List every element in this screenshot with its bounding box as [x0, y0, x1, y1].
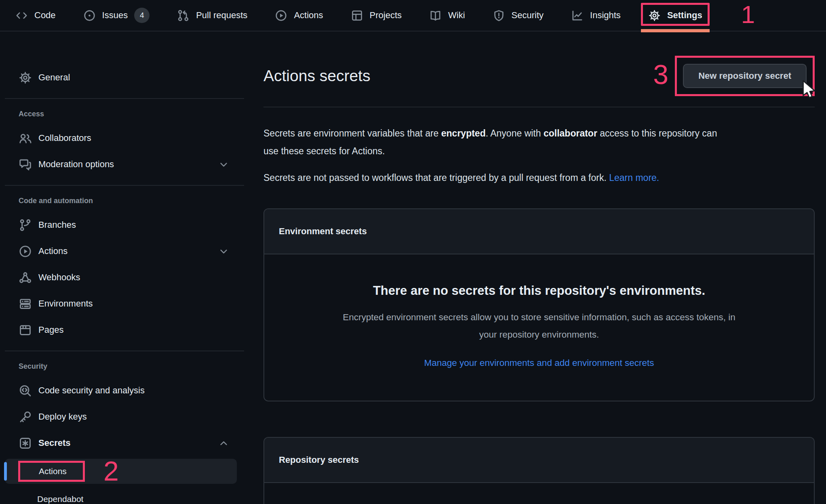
secrets-intro-text: Secrets are environment variables that a… [263, 124, 815, 160]
active-item-indicator [4, 462, 7, 481]
annotation-box-3: New repository secret [675, 56, 815, 96]
environment-secrets-card: Environment secrets There are no secrets… [263, 208, 815, 401]
learn-more-link[interactable]: Learn more. [609, 172, 659, 183]
tab-label: Pull requests [196, 10, 247, 21]
tab-issues[interactable]: Issues 4 [83, 0, 150, 31]
sidebar-item-environments[interactable]: Environments [5, 293, 244, 314]
annotation-step-2: 2 [103, 457, 119, 485]
sidebar-item-actions[interactable]: Actions [5, 241, 244, 262]
sidebar-item-code-security[interactable]: Code security and analysis [5, 380, 244, 401]
sidebar-item-webhooks[interactable]: Webhooks [5, 267, 244, 288]
sidebar-item-secrets-actions[interactable]: Actions 2 [5, 459, 237, 484]
new-repository-secret-button[interactable]: New repository secret [683, 64, 807, 88]
sidebar-item-label: Actions [39, 466, 67, 476]
sidebar-item-label: Environments [38, 298, 93, 309]
codescan-icon [19, 384, 32, 397]
graph-icon [571, 9, 584, 22]
sidebar-item-deploy-keys[interactable]: Deploy keys [5, 406, 244, 427]
gear-icon [648, 9, 661, 22]
sidebar-item-label: Secrets [38, 438, 71, 448]
sidebar-section-security: Security [19, 362, 244, 371]
issues-count-badge: 4 [134, 8, 150, 23]
repo-tab-bar: Code Issues 4 Pull requests Actions Proj… [0, 0, 826, 32]
git-pull-request-icon [177, 9, 190, 22]
repository-secrets-card: Repository secrets There are no secrets … [263, 437, 815, 504]
sidebar-item-secrets-dependabot[interactable]: Dependabot [5, 488, 244, 504]
sidebar-section-access: Access [19, 110, 244, 118]
tab-actions[interactable]: Actions [275, 0, 323, 31]
sidebar-section-code-automation: Code and automation [19, 197, 244, 205]
server-icon [19, 297, 32, 311]
active-tab-underline [641, 29, 710, 32]
play-circle-icon [275, 9, 287, 22]
code-icon [15, 9, 28, 22]
sidebar-item-branches[interactable]: Branches [5, 214, 244, 235]
annotation-step-3: 3 [653, 61, 668, 88]
collaborator-emphasis: collaborator [544, 128, 597, 139]
tab-label: Code [34, 10, 56, 21]
sidebar-item-label: Actions [38, 246, 67, 256]
tab-label: Security [512, 10, 544, 21]
sidebar-item-pages[interactable]: Pages [5, 319, 244, 340]
sidebar-item-label: Code security and analysis [38, 385, 145, 396]
sidebar-item-label: Collaborators [38, 133, 91, 143]
settings-sidebar: General Access Collaborators Moderation … [0, 32, 263, 504]
browser-icon [19, 323, 32, 337]
shield-icon [493, 9, 505, 22]
chevron-down-icon [218, 246, 230, 257]
asterisk-box-icon [19, 437, 32, 450]
actions-secrets-panel: Actions secrets 3 New repository secret … [263, 32, 826, 504]
mouse-pointer-icon [799, 79, 818, 101]
sidebar-item-collaborators[interactable]: Collaborators [5, 128, 244, 149]
sidebar-item-label: Moderation options [38, 159, 114, 170]
issue-opened-icon [83, 9, 96, 22]
annotation-box-2: Actions [18, 461, 85, 482]
people-icon [19, 132, 32, 145]
tab-wiki[interactable]: Wiki [429, 0, 465, 31]
chevron-up-icon [218, 437, 230, 449]
tab-pull-requests[interactable]: Pull requests [177, 0, 247, 31]
sidebar-item-moderation-options[interactable]: Moderation options [5, 154, 244, 175]
manage-environments-link[interactable]: Manage your environments and add environ… [424, 358, 654, 368]
tab-security[interactable]: Security [493, 0, 544, 31]
tab-label: Insights [590, 10, 621, 21]
heading-divider [263, 107, 815, 107]
sidebar-divider [5, 185, 244, 186]
tab-projects[interactable]: Projects [351, 0, 402, 31]
sidebar-item-label: Webhooks [38, 272, 80, 283]
annotation-step-1: 1 [741, 2, 755, 27]
comment-discussion-icon [19, 158, 32, 171]
tab-label: Settings [667, 10, 702, 21]
tab-code[interactable]: Code [15, 0, 56, 31]
sidebar-divider [5, 98, 244, 99]
sidebar-item-secrets[interactable]: Secrets [5, 433, 244, 454]
book-icon [429, 9, 442, 22]
gear-icon [19, 71, 32, 84]
play-circle-icon [19, 245, 32, 258]
environment-secrets-empty-title: There are no secrets for this repository… [289, 284, 790, 298]
page-title: Actions secrets [263, 67, 370, 85]
webhook-icon [19, 271, 32, 284]
sidebar-item-label: General [38, 72, 70, 83]
project-table-icon [351, 9, 363, 22]
sidebar-item-label: Branches [38, 220, 76, 230]
encrypted-emphasis: encrypted [441, 128, 486, 139]
tab-insights[interactable]: Insights [571, 0, 621, 31]
sidebar-item-label: Deploy keys [38, 412, 87, 422]
tab-settings[interactable]: Settings [648, 0, 702, 31]
environment-secrets-header: Environment secrets [264, 209, 814, 254]
sidebar-item-general[interactable]: General [5, 67, 244, 88]
fork-note-text: Secrets are not passed to workflows that… [263, 169, 815, 187]
environment-secrets-empty-description: Encrypted environment secrets allow you … [289, 309, 790, 343]
tab-label: Issues [102, 10, 128, 21]
tab-label: Projects [370, 10, 402, 21]
sidebar-item-label: Dependabot [37, 494, 83, 504]
key-icon [19, 410, 32, 424]
repository-secrets-header: Repository secrets [264, 438, 814, 483]
git-branch-icon [19, 218, 32, 232]
tab-label: Wiki [448, 10, 465, 21]
sidebar-divider [5, 351, 244, 351]
tab-label: Actions [294, 10, 323, 21]
sidebar-item-label: Pages [38, 325, 63, 335]
chevron-down-icon [218, 159, 230, 170]
